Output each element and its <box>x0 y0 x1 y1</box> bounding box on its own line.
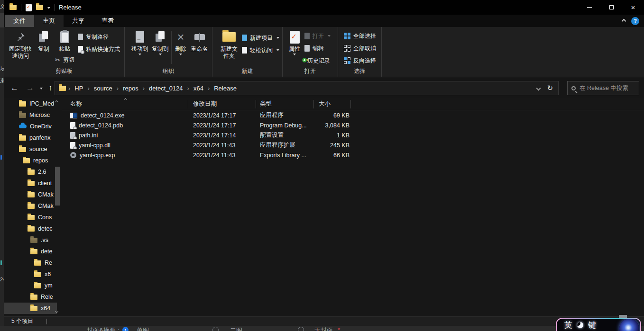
folder-icon <box>19 101 26 107</box>
properties-qat-icon[interactable]: ✓ <box>26 4 32 11</box>
new-folder-button[interactable]: 新建文件夹 <box>218 29 240 61</box>
copy-to-button[interactable]: 复制到 <box>150 29 170 56</box>
radio-double-image[interactable] <box>212 327 219 331</box>
tree-item[interactable]: x6 <box>4 268 62 280</box>
column-header-name[interactable]: 名称 <box>62 100 188 108</box>
file-row[interactable]: detect_0124.pdb 2023/1/24 17:17 Program … <box>62 120 644 130</box>
onedrive-cloud-icon <box>19 125 27 128</box>
tree-item[interactable]: source <box>4 143 62 155</box>
cut-button[interactable]: ✂ 剪切 <box>53 54 76 66</box>
breadcrumb-item[interactable]: x64 <box>192 85 205 92</box>
breadcrumb-item[interactable]: detect_0124 <box>147 85 185 92</box>
tab-file[interactable]: 文件 <box>5 15 34 27</box>
delete-dropdown-icon <box>179 54 182 55</box>
select-none-button[interactable]: 全部取消 <box>342 42 378 54</box>
tree-item-label: Re <box>45 259 52 266</box>
recent-locations-chevron[interactable] <box>40 88 43 89</box>
cut-label: 剪切 <box>63 56 74 64</box>
forward-button[interactable]: → <box>26 83 34 93</box>
tree-item-label: x6 <box>45 271 51 277</box>
tree-item[interactable]: IPC_Med <box>4 98 62 109</box>
rename-button[interactable]: 重命名 <box>189 29 210 54</box>
new-item-button[interactable]: 新建项目 <box>240 32 281 44</box>
address-box[interactable]: › HP › source › repos › detect_0124 › x6… <box>55 81 559 95</box>
radio-no-cover[interactable] <box>298 327 304 331</box>
tab-share[interactable]: 共享 <box>64 15 93 27</box>
breadcrumb-item[interactable]: repos <box>121 85 140 92</box>
window-title: Release <box>59 4 82 11</box>
tree-item-label: source <box>29 146 47 152</box>
properties-button[interactable]: ✓ 属性 <box>286 29 303 56</box>
tree-item-selected[interactable]: x64 <box>4 303 57 314</box>
search-box[interactable] <box>567 81 639 95</box>
close-button[interactable]: × <box>622 0 644 15</box>
tree-item-label: client <box>38 180 52 187</box>
breadcrumb-item[interactable]: HP <box>73 85 85 92</box>
edge-tick <box>0 260 2 265</box>
help-button[interactable]: ? <box>631 17 639 25</box>
tab-view[interactable]: 查看 <box>93 15 122 27</box>
radio-single-image[interactable] <box>122 327 129 331</box>
qat-customize-chevron[interactable] <box>47 7 50 9</box>
copy-path-button[interactable]: 复制路径 <box>76 31 122 43</box>
sidebar-scrollbar-thumb[interactable] <box>55 167 60 206</box>
column-header-size[interactable]: 大小 <box>314 100 351 108</box>
file-row[interactable]: yaml-cpp.exp 2023/1/24 11:43 Exports Lib… <box>62 150 644 160</box>
history-button[interactable]: 历史记录 <box>303 54 332 67</box>
tree-item[interactable]: Cons <box>4 212 62 223</box>
breadcrumb-item[interactable]: Release <box>212 85 239 92</box>
file-row[interactable]: path.ini 2023/1/24 17:14 配置设置 1 KB <box>62 130 644 140</box>
open-button[interactable]: 打开 <box>303 30 332 42</box>
ime-indicator[interactable]: 英 键 <box>556 318 641 331</box>
address-history-chevron[interactable] <box>536 86 541 90</box>
easy-access-button[interactable]: 轻松访问 <box>240 44 281 56</box>
column-header-date[interactable]: 修改日期 <box>188 100 256 108</box>
tree-item[interactable]: OneDriv <box>4 121 62 132</box>
tab-home[interactable]: 主页 <box>34 15 64 27</box>
pin-to-quick-access-button[interactable]: 固定到快速访问 <box>7 29 34 61</box>
edit-button[interactable]: 编辑 <box>303 42 332 54</box>
copy-label: 复制 <box>38 45 49 53</box>
file-row[interactable]: detect_0124.exe 2023/1/24 17:17 应用程序 69 … <box>62 110 644 120</box>
paste-shortcut-button[interactable]: 粘贴快捷方式 <box>76 43 122 55</box>
file-name: path.ini <box>79 132 98 139</box>
up-button[interactable]: ↑ <box>48 83 53 93</box>
tree-item[interactable]: ym <box>4 280 62 291</box>
folder-icon <box>34 272 41 277</box>
invert-selection-button[interactable]: 反向选择 <box>342 54 378 67</box>
tree-item[interactable]: Microsc <box>4 109 62 121</box>
tree-item[interactable]: detec <box>4 223 62 234</box>
tree-item[interactable]: CMak <box>4 200 62 212</box>
breadcrumb-item[interactable]: source <box>92 85 114 92</box>
refresh-button[interactable]: ↻ <box>547 84 553 92</box>
paste-label: 粘贴 <box>59 45 70 53</box>
column-header-type[interactable]: 类型 <box>256 100 314 108</box>
delete-x-icon: × <box>177 30 184 44</box>
tree-item[interactable]: Rele <box>4 291 62 303</box>
tree-item-label: CMak <box>38 203 54 209</box>
tree-item[interactable]: .vs <box>4 234 62 246</box>
tree-item[interactable]: Re <box>4 257 62 268</box>
delete-button[interactable]: × 删除 <box>173 29 189 56</box>
tree-item[interactable]: CMak <box>4 189 62 200</box>
tree-item[interactable]: repos <box>4 155 62 166</box>
tree-item-label: 2.6 <box>38 169 46 175</box>
new-folder-qat-icon[interactable] <box>36 5 43 10</box>
copy-button[interactable]: 复制 <box>34 29 53 54</box>
tree-item[interactable]: client <box>4 178 62 189</box>
search-input[interactable] <box>580 85 635 91</box>
collapse-ribbon-chevron-icon[interactable] <box>622 18 626 23</box>
ime-key-label: 键 <box>588 320 596 331</box>
select-all-button[interactable]: 全部选择 <box>342 30 378 42</box>
move-to-button[interactable]: ← 移动到 <box>129 29 150 56</box>
paste-button[interactable]: 粘贴 <box>53 29 76 54</box>
tree-item[interactable]: panfenx <box>4 132 62 143</box>
minimize-button[interactable] <box>579 0 600 15</box>
tree-item[interactable]: 2.6 <box>4 166 62 178</box>
properties-dropdown-icon <box>293 54 296 55</box>
file-row[interactable]: yaml-cpp.dll 2023/1/24 11:43 应用程序扩展 245 … <box>62 140 644 150</box>
maximize-button[interactable] <box>600 0 622 15</box>
back-button[interactable]: ← <box>10 83 18 93</box>
tree-item[interactable]: dete <box>4 246 62 257</box>
group-label-organize: 组织 <box>125 67 212 77</box>
